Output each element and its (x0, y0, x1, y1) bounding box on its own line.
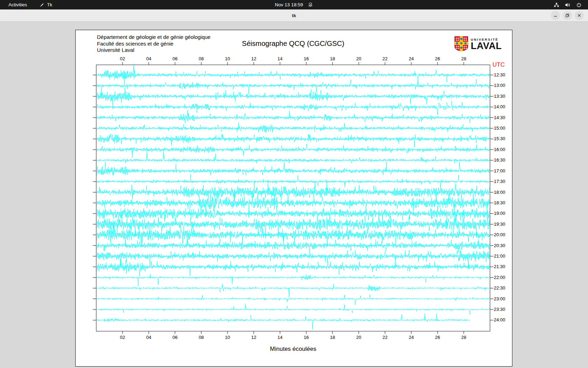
close-button[interactable] (575, 11, 584, 20)
volume-icon[interactable] (565, 2, 570, 8)
tk-app-label: Tk (47, 2, 52, 7)
trace-row-17:30 (97, 174, 490, 188)
trace-row-22:30 (97, 283, 490, 298)
trace-row-22:00 (97, 274, 490, 286)
trace-row-16:30 (97, 151, 490, 169)
minimize-icon (553, 13, 558, 18)
trace-row-20:30 (97, 237, 490, 254)
clock-label: Nov 13 18:59 (275, 2, 303, 7)
trace-row-15:30 (97, 134, 490, 147)
desktop-screen: Activities Tk Nov 13 18:59 (0, 0, 588, 368)
trace-row-13:00 (97, 79, 490, 95)
activities-button[interactable]: Activities (8, 2, 27, 7)
tk-feather-icon (40, 2, 44, 7)
top-bar: Activities Tk Nov 13 18:59 (0, 0, 588, 9)
clock-button[interactable]: Nov 13 18:59 (275, 2, 313, 7)
trace-row-14:30 (97, 110, 490, 123)
power-icon[interactable] (576, 2, 582, 8)
trace-row-19:00 (97, 204, 490, 226)
trace-row-12:30 (97, 64, 490, 86)
window-title: tk (0, 9, 588, 22)
close-icon (577, 13, 581, 18)
utc-axis-title: UTC (492, 61, 505, 68)
laval-logo-line2: LAVAL (471, 41, 502, 50)
laval-shield-icon (454, 36, 468, 53)
network-wired-icon[interactable] (554, 2, 559, 8)
maximize-button[interactable] (563, 11, 572, 20)
seismograph-plot (89, 54, 499, 345)
trace-row-21:30 (97, 258, 490, 277)
minimize-button[interactable] (551, 11, 560, 20)
trace-row-15:00 (97, 122, 490, 132)
trace-row-16:00 (97, 144, 490, 158)
trace-row-23:30 (97, 304, 490, 315)
universite-laval-logo: UNIVERSITÉ LAVAL (454, 36, 502, 53)
restore-icon (565, 13, 569, 18)
top-bar-left: Activities Tk (0, 2, 52, 7)
institution-line-3: Université Laval (97, 47, 210, 54)
x-axis-title: Minutes écoulées (96, 346, 490, 353)
trace-row-24:00 (97, 313, 470, 329)
laval-logo-text: UNIVERSITÉ LAVAL (471, 38, 502, 50)
window-controls (551, 11, 584, 20)
trace-row-14:00 (97, 101, 490, 115)
trace-row-23:00 (97, 294, 490, 305)
trace-row-13:30 (97, 87, 490, 106)
plot-title: Séismographe QCQ (CGC/GSC) (96, 40, 490, 48)
tk-app-menu[interactable]: Tk (40, 2, 52, 7)
window-titlebar[interactable]: tk (0, 9, 588, 22)
system-tray (554, 0, 582, 9)
notifications-off-icon (308, 2, 313, 7)
trace-row-17:00 (97, 162, 490, 175)
